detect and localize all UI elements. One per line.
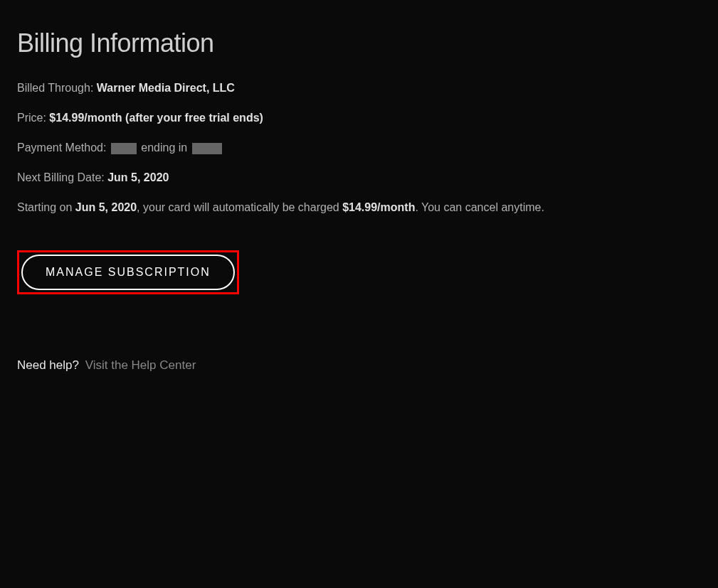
manage-subscription-button[interactable]: MANAGE SUBSCRIPTION	[21, 255, 235, 290]
auto-charge-date: Jun 5, 2020	[75, 201, 137, 213]
help-label: Need help?	[17, 358, 79, 372]
redacted-card-type	[111, 143, 137, 154]
payment-method-mid: ending in	[141, 141, 187, 154]
help-center-link[interactable]: Visit the Help Center	[85, 358, 196, 372]
redacted-card-digits	[192, 143, 222, 154]
payment-method-row: Payment Method: ending in	[17, 139, 701, 156]
page-title: Billing Information	[17, 28, 701, 58]
price-value: $14.99/month (after your free trial ends…	[49, 112, 263, 124]
auto-charge-prefix: Starting on	[17, 201, 75, 213]
auto-charge-amount: $14.99/month	[342, 201, 415, 213]
auto-charge-mid: , your card will automatically be charge…	[137, 201, 342, 213]
next-billing-value: Jun 5, 2020	[107, 171, 169, 183]
auto-charge-row: Starting on Jun 5, 2020, your card will …	[17, 199, 701, 216]
price-row: Price: $14.99/month (after your free tri…	[17, 109, 701, 127]
next-billing-row: Next Billing Date: Jun 5, 2020	[17, 169, 701, 186]
help-section: Need help? Visit the Help Center	[17, 358, 701, 373]
highlight-annotation: MANAGE SUBSCRIPTION	[17, 250, 239, 294]
billed-through-value: Warner Media Direct, LLC	[97, 82, 235, 94]
price-label: Price:	[17, 112, 49, 124]
billed-through-label: Billed Through:	[17, 82, 97, 94]
payment-method-label: Payment Method:	[17, 141, 110, 154]
next-billing-label: Next Billing Date:	[17, 171, 107, 183]
auto-charge-suffix: . You can cancel anytime.	[415, 201, 544, 213]
billed-through-row: Billed Through: Warner Media Direct, LLC	[17, 80, 701, 97]
